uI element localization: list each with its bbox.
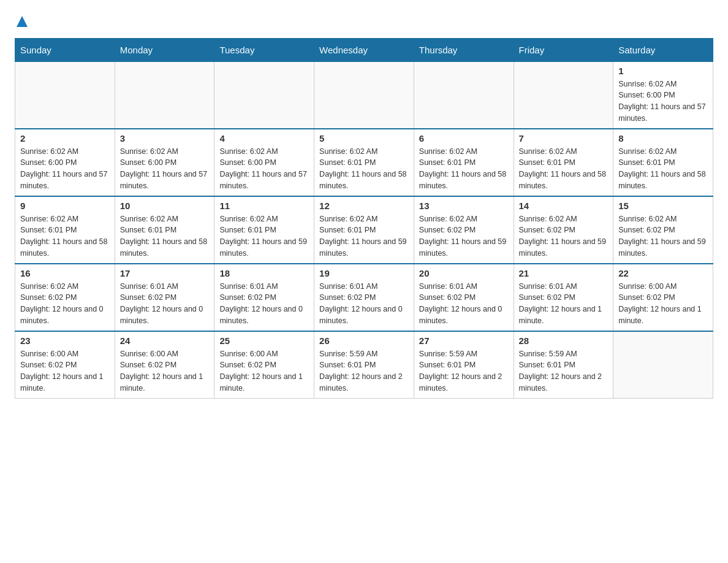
day-info: Sunrise: 5:59 AMSunset: 6:01 PMDaylight:… <box>419 348 509 394</box>
day-info: Sunrise: 6:02 AMSunset: 6:02 PMDaylight:… <box>20 281 110 327</box>
day-info: Sunrise: 6:02 AMSunset: 6:02 PMDaylight:… <box>419 213 509 259</box>
calendar-week-row: 23Sunrise: 6:00 AMSunset: 6:02 PMDayligh… <box>15 331 713 399</box>
day-info: Sunrise: 5:59 AMSunset: 6:01 PMDaylight:… <box>519 348 609 394</box>
calendar-cell: 23Sunrise: 6:00 AMSunset: 6:02 PMDayligh… <box>15 331 115 399</box>
day-number: 21 <box>519 268 609 278</box>
day-number: 17 <box>120 268 210 278</box>
calendar-cell <box>214 61 314 129</box>
calendar-cell: 22Sunrise: 6:00 AMSunset: 6:02 PMDayligh… <box>613 264 713 331</box>
calendar-cell: 3Sunrise: 6:02 AMSunset: 6:00 PMDaylight… <box>115 129 214 196</box>
day-info: Sunrise: 6:02 AMSunset: 6:01 PMDaylight:… <box>319 146 409 192</box>
day-info: Sunrise: 6:02 AMSunset: 6:01 PMDaylight:… <box>219 213 309 259</box>
day-number: 28 <box>519 335 609 346</box>
weekday-header-friday: Friday <box>514 38 613 61</box>
weekday-header-saturday: Saturday <box>613 38 713 61</box>
day-number: 7 <box>519 133 609 144</box>
calendar-table: SundayMondayTuesdayWednesdayThursdayFrid… <box>15 38 713 399</box>
calendar-header-row: SundayMondayTuesdayWednesdayThursdayFrid… <box>15 38 713 61</box>
calendar-cell: 15Sunrise: 6:02 AMSunset: 6:02 PMDayligh… <box>613 196 713 264</box>
day-info: Sunrise: 6:02 AMSunset: 6:00 PMDaylight:… <box>120 146 210 192</box>
day-number: 6 <box>419 133 509 144</box>
day-number: 26 <box>319 335 409 346</box>
day-info: Sunrise: 6:02 AMSunset: 6:01 PMDaylight:… <box>319 213 409 259</box>
svg-marker-0 <box>17 16 28 27</box>
calendar-cell <box>514 61 613 129</box>
calendar-cell: 11Sunrise: 6:02 AMSunset: 6:01 PMDayligh… <box>214 196 314 264</box>
calendar-cell: 8Sunrise: 6:02 AMSunset: 6:01 PMDaylight… <box>613 129 713 196</box>
logo-triangle-icon <box>17 16 28 27</box>
day-number: 11 <box>219 201 309 211</box>
day-info: Sunrise: 6:02 AMSunset: 6:01 PMDaylight:… <box>618 146 708 192</box>
day-number: 24 <box>120 335 210 346</box>
calendar-cell: 17Sunrise: 6:01 AMSunset: 6:02 PMDayligh… <box>115 264 214 331</box>
calendar-cell: 5Sunrise: 6:02 AMSunset: 6:01 PMDaylight… <box>314 129 414 196</box>
day-number: 19 <box>319 268 409 278</box>
day-number: 12 <box>319 201 409 211</box>
day-info: Sunrise: 6:01 AMSunset: 6:02 PMDaylight:… <box>419 281 509 327</box>
day-info: Sunrise: 6:02 AMSunset: 6:00 PMDaylight:… <box>219 146 309 192</box>
calendar-cell: 4Sunrise: 6:02 AMSunset: 6:00 PMDaylight… <box>214 129 314 196</box>
calendar-cell: 6Sunrise: 6:02 AMSunset: 6:01 PMDaylight… <box>414 129 514 196</box>
day-info: Sunrise: 6:02 AMSunset: 6:02 PMDaylight:… <box>618 213 708 259</box>
calendar-cell <box>15 61 115 129</box>
day-number: 15 <box>618 201 708 211</box>
day-info: Sunrise: 6:02 AMSunset: 6:00 PMDaylight:… <box>618 79 708 124</box>
weekday-header-sunday: Sunday <box>15 38 115 61</box>
weekday-header-monday: Monday <box>115 38 214 61</box>
day-number: 25 <box>219 335 309 346</box>
day-info: Sunrise: 6:00 AMSunset: 6:02 PMDaylight:… <box>219 348 309 394</box>
day-number: 3 <box>120 133 210 144</box>
weekday-header-tuesday: Tuesday <box>214 38 314 61</box>
page-header <box>15 15 713 28</box>
calendar-cell: 14Sunrise: 6:02 AMSunset: 6:02 PMDayligh… <box>514 196 613 264</box>
weekday-header-wednesday: Wednesday <box>314 38 414 61</box>
day-number: 14 <box>519 201 609 211</box>
calendar-cell: 7Sunrise: 6:02 AMSunset: 6:01 PMDaylight… <box>514 129 613 196</box>
calendar-week-row: 9Sunrise: 6:02 AMSunset: 6:01 PMDaylight… <box>15 196 713 264</box>
calendar-cell: 24Sunrise: 6:00 AMSunset: 6:02 PMDayligh… <box>115 331 214 399</box>
day-info: Sunrise: 5:59 AMSunset: 6:01 PMDaylight:… <box>319 348 409 394</box>
day-info: Sunrise: 6:01 AMSunset: 6:02 PMDaylight:… <box>120 281 210 327</box>
calendar-week-row: 16Sunrise: 6:02 AMSunset: 6:02 PMDayligh… <box>15 264 713 331</box>
calendar-cell: 28Sunrise: 5:59 AMSunset: 6:01 PMDayligh… <box>514 331 613 399</box>
day-info: Sunrise: 6:01 AMSunset: 6:02 PMDaylight:… <box>319 281 409 327</box>
calendar-cell: 25Sunrise: 6:00 AMSunset: 6:02 PMDayligh… <box>214 331 314 399</box>
calendar-week-row: 2Sunrise: 6:02 AMSunset: 6:00 PMDaylight… <box>15 129 713 196</box>
day-number: 9 <box>20 201 110 211</box>
calendar-cell: 9Sunrise: 6:02 AMSunset: 6:01 PMDaylight… <box>15 196 115 264</box>
calendar-week-row: 1Sunrise: 6:02 AMSunset: 6:00 PMDaylight… <box>15 61 713 129</box>
day-number: 8 <box>618 133 708 144</box>
calendar-cell: 18Sunrise: 6:01 AMSunset: 6:02 PMDayligh… <box>214 264 314 331</box>
calendar-cell: 12Sunrise: 6:02 AMSunset: 6:01 PMDayligh… <box>314 196 414 264</box>
day-info: Sunrise: 6:00 AMSunset: 6:02 PMDaylight:… <box>20 348 110 394</box>
day-info: Sunrise: 6:02 AMSunset: 6:02 PMDaylight:… <box>519 213 609 259</box>
day-number: 1 <box>618 66 708 76</box>
day-number: 10 <box>120 201 210 211</box>
calendar-cell: 16Sunrise: 6:02 AMSunset: 6:02 PMDayligh… <box>15 264 115 331</box>
calendar-cell: 27Sunrise: 5:59 AMSunset: 6:01 PMDayligh… <box>414 331 514 399</box>
day-number: 22 <box>618 268 708 278</box>
calendar-cell: 10Sunrise: 6:02 AMSunset: 6:01 PMDayligh… <box>115 196 214 264</box>
calendar-cell: 20Sunrise: 6:01 AMSunset: 6:02 PMDayligh… <box>414 264 514 331</box>
calendar-cell: 1Sunrise: 6:02 AMSunset: 6:00 PMDaylight… <box>613 61 713 129</box>
day-number: 5 <box>319 133 409 144</box>
day-number: 2 <box>20 133 110 144</box>
day-info: Sunrise: 6:02 AMSunset: 6:01 PMDaylight:… <box>419 146 509 192</box>
logo <box>15 15 28 28</box>
day-info: Sunrise: 6:01 AMSunset: 6:02 PMDaylight:… <box>519 281 609 327</box>
day-number: 4 <box>219 133 309 144</box>
calendar-cell: 26Sunrise: 5:59 AMSunset: 6:01 PMDayligh… <box>314 331 414 399</box>
day-number: 13 <box>419 201 509 211</box>
calendar-cell: 13Sunrise: 6:02 AMSunset: 6:02 PMDayligh… <box>414 196 514 264</box>
day-info: Sunrise: 6:02 AMSunset: 6:01 PMDaylight:… <box>120 213 210 259</box>
day-number: 20 <box>419 268 509 278</box>
day-number: 16 <box>20 268 110 278</box>
calendar-cell <box>613 331 713 399</box>
day-info: Sunrise: 6:02 AMSunset: 6:00 PMDaylight:… <box>20 146 110 192</box>
day-number: 23 <box>20 335 110 346</box>
calendar-cell <box>314 61 414 129</box>
day-info: Sunrise: 6:00 AMSunset: 6:02 PMDaylight:… <box>618 281 708 327</box>
day-number: 27 <box>419 335 509 346</box>
calendar-cell: 19Sunrise: 6:01 AMSunset: 6:02 PMDayligh… <box>314 264 414 331</box>
day-info: Sunrise: 6:02 AMSunset: 6:01 PMDaylight:… <box>20 213 110 259</box>
